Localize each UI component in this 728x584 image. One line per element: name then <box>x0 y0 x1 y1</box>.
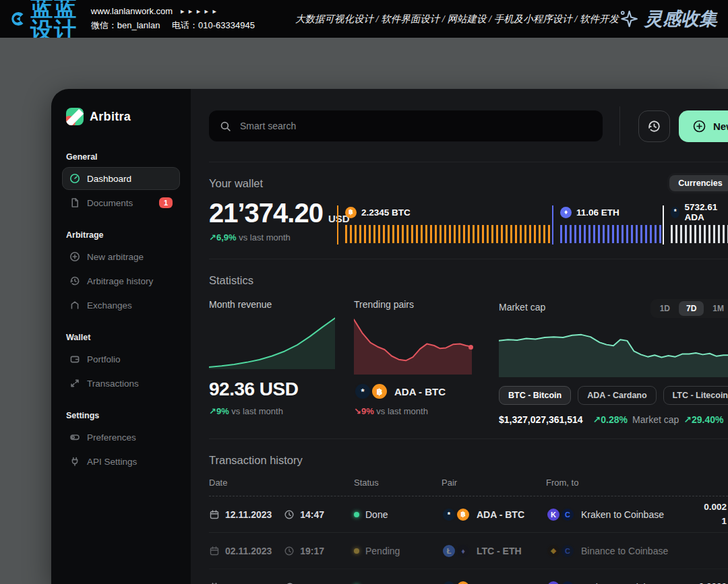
route-cell: K C Kraken to Coinbase <box>546 580 688 584</box>
eth-coin-icon: ♦ <box>456 544 471 558</box>
sidebar-item-label: Portfolio <box>87 354 121 364</box>
col-pair: Pair <box>442 478 546 488</box>
sidebar-item-documents[interactable]: Documents 1 <box>62 191 180 214</box>
sidebar-item-dashboard[interactable]: Dashboard <box>62 167 180 190</box>
history-icon <box>69 275 80 286</box>
eth-stripes <box>560 225 663 243</box>
period-tabs: 1D 7D 1M <box>650 299 728 318</box>
trending-pairs-card: Trending pairs * ฿ ADA - BTC ↘9% vs <box>354 299 472 425</box>
ada-coin-icon: * <box>442 580 456 584</box>
history-icon <box>647 119 661 133</box>
search-bar[interactable] <box>209 110 603 141</box>
sidebar-item-label: API Settings <box>87 457 137 467</box>
date-cell: 02.11.2023 19:17 <box>209 546 354 556</box>
wallet-amount-value: 21’374.20 <box>209 199 323 226</box>
pair-cell: * ฿ ADA - BTC <box>442 580 546 584</box>
card-label: Trending pairs <box>354 299 472 313</box>
binance-icon: ◆ <box>546 544 561 558</box>
topbar: New a <box>209 106 728 145</box>
tab-7d[interactable]: 7D <box>679 301 704 316</box>
sidebar-item-api-settings[interactable]: API Settings <box>62 450 180 473</box>
table-row[interactable]: 29.10.2023 04:23 Done * ฿ ADA - BTC <box>209 569 728 584</box>
sidebar-item-new-arbitrage[interactable]: New arbitrage <box>62 245 180 268</box>
pill-ltc-litecoin[interactable]: LTC - Litecoin <box>663 386 728 405</box>
status-label: Done <box>365 582 388 584</box>
section-title: Arbitrage <box>66 230 176 240</box>
table-row[interactable]: 02.11.2023 19:17 Pending Ł ♦ LTC - ETH <box>209 533 728 569</box>
app-brand[interactable]: Arbitra <box>66 108 176 125</box>
sidebar-item-exchanges[interactable]: Exchanges <box>62 294 180 317</box>
pair-cell: * ฿ ADA - BTC <box>442 507 546 522</box>
sidebar: Arbitra General Dashboard Documents 1 <box>51 89 191 584</box>
market-cap-footer: $1,327,027,361,514 ↗0.28% Market cap ↗29… <box>499 414 728 425</box>
sidebar-item-preferences[interactable]: Preferences <box>62 426 180 449</box>
col-date: Date <box>209 478 354 488</box>
sidebar-item-portfolio[interactable]: Portfolio <box>62 348 180 370</box>
wallet-segment-ada: * 5732.61 ADA <box>663 205 728 245</box>
sidebar-item-arbitrage-history[interactable]: Arbitrage history <box>62 269 180 292</box>
kraken-icon: K <box>546 507 561 522</box>
sidebar-item-transactions[interactable]: Transactions <box>62 372 180 395</box>
section-title: Settings <box>66 411 176 420</box>
ada-coin-icon: * <box>354 383 371 400</box>
clock-icon <box>284 546 295 556</box>
tab-1m[interactable]: 1M <box>705 301 728 316</box>
sidebar-section-settings: Settings Preferences API Settings <box>66 411 176 473</box>
amount-cell: 0.002 1 <box>688 500 728 529</box>
clock-icon <box>284 582 295 584</box>
month-revenue-change: ↗9% vs last month <box>209 406 335 416</box>
sidebar-item-label: New arbitrage <box>87 252 144 262</box>
eth-coin-icon: ♦ <box>560 207 572 218</box>
wechat-label: 微信：ben_lanlan <box>91 20 160 30</box>
tab-1d[interactable]: 1D <box>653 301 677 316</box>
lanlan-logo-icon <box>11 4 26 34</box>
card-label: Market cap <box>499 302 545 315</box>
market-cap-chart <box>499 322 728 377</box>
documents-badge: 1 <box>159 197 173 208</box>
statistics-title: Statistics <box>209 274 728 287</box>
banner-contact: www.lanlanwork.com ►►►►► 微信：ben_lanlan 电… <box>91 5 264 33</box>
sidebar-item-label: Preferences <box>87 432 136 443</box>
search-input[interactable] <box>239 120 592 132</box>
exchange-building-icon <box>69 300 80 311</box>
ada-stripes <box>671 225 728 243</box>
gauge-icon <box>69 173 80 184</box>
section-title: General <box>66 152 176 162</box>
wallet-segment-btc: ฿ 2.2345 BTC <box>337 205 552 245</box>
sidebar-section-arbitrage: Arbitrage New arbitrage Arbitrage histor… <box>66 230 176 317</box>
sidebar-item-label: Transactions <box>87 379 139 389</box>
wallet-title: Your wallet <box>209 177 728 190</box>
arbitra-app-window: Arbitra General Dashboard Documents 1 <box>51 89 728 584</box>
statistics-section: Statistics Month revenue 92.36 USD ↗9% v… <box>209 259 728 425</box>
sidebar-item-label: Arbitrage history <box>87 276 153 286</box>
month-revenue-chart <box>209 317 335 369</box>
sparkle-star-icon <box>619 9 639 29</box>
trending-pair: * ฿ ADA - BTC <box>354 383 472 400</box>
status-dot <box>354 512 359 517</box>
pill-btc-bitcoin[interactable]: BTC - Bitcoin <box>499 386 571 405</box>
market-cap-card: Market cap 1D 7D 1M BTC - Bitcoin ADA - … <box>499 299 728 425</box>
coin-filter-pills: BTC - Bitcoin ADA - Cardano LTC - Liteco… <box>499 386 728 405</box>
new-arbitrage-button[interactable]: New a <box>679 110 728 142</box>
btc-stripes <box>345 225 552 243</box>
table-row[interactable]: 12.11.2023 14:47 Done * ฿ ADA - BTC <box>209 496 728 533</box>
plug-icon <box>69 456 80 467</box>
route-cell: ◆ C Binance to Coinbase <box>546 544 688 558</box>
sidebar-item-label: Exchanges <box>87 300 132 311</box>
calendar-icon <box>209 546 220 556</box>
history-button[interactable] <box>638 110 670 142</box>
sidebar-item-label: Documents <box>87 198 133 208</box>
document-icon <box>69 197 80 208</box>
status-cell: Done <box>354 509 442 520</box>
services-list: 大数据可视化设计 / 软件界面设计 / 网站建设 / 手机及小程序设计 / 软件… <box>295 13 619 26</box>
coinbase-icon: C <box>560 544 575 558</box>
route-cell: K C Kraken to Coinbase <box>546 507 688 522</box>
ltc-coin-icon: Ł <box>442 544 456 558</box>
site-logo[interactable]: 蓝蓝设计 <box>11 0 80 41</box>
tab-currencies[interactable]: Currencies <box>669 175 728 191</box>
inspiration-collect[interactable]: 灵感收集 <box>619 7 717 31</box>
wallet-view-tabs: Currencies E <box>667 173 728 193</box>
btc-coin-icon: ฿ <box>456 580 471 584</box>
pill-ada-cardano[interactable]: ADA - Cardano <box>578 386 656 405</box>
site-url[interactable]: www.lanlanwork.com <box>91 5 173 19</box>
